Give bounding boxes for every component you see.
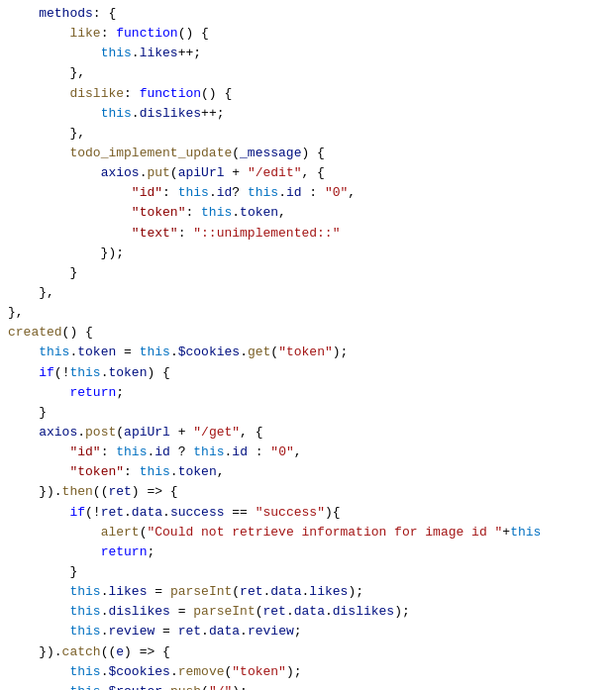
code-line: like: function() { — [0, 24, 616, 44]
code-line: }, — [0, 283, 616, 303]
code-container: methods: { like: function() { this.likes… — [0, 0, 616, 690]
code-line: this.dislikes = parseInt(ret.data.dislik… — [0, 602, 616, 622]
code-line: if(!ret.data.success == "success"){ — [0, 503, 616, 523]
code-line: }, — [0, 124, 616, 144]
code-line: }).catch((e) => { — [0, 642, 616, 662]
code-line: "text": "::unimplemented::" — [0, 224, 616, 244]
code-line: }); — [0, 244, 616, 263]
code-line: } — [0, 403, 616, 423]
code-line: alert("Could not retrieve information fo… — [0, 523, 616, 542]
code-line: methods: { — [0, 4, 616, 24]
code-line: return; — [0, 383, 616, 403]
code-line: "token": this.token, — [0, 462, 616, 482]
code-line: axios.post(apiUrl + "/get", { — [0, 423, 616, 443]
code-line: this.likes++; — [0, 44, 616, 63]
code-line: this.likes = parseInt(ret.data.likes); — [0, 582, 616, 602]
code-line: this.review = ret.data.review; — [0, 622, 616, 641]
code-line: created() { — [0, 323, 616, 343]
code-line: }).then((ret) => { — [0, 482, 616, 502]
code-line: } — [0, 263, 616, 283]
code-line: this.token = this.$cookies.get("token"); — [0, 343, 616, 362]
code-line: "id": this.id ? this.id : "0", — [0, 443, 616, 462]
code-line: }, — [0, 303, 616, 323]
code-line: this.$router.push("/"); — [0, 682, 616, 690]
code-line: axios.put(apiUrl + "/edit", { — [0, 163, 616, 183]
code-line: return; — [0, 542, 616, 562]
code-line: "token": this.token, — [0, 203, 616, 223]
code-line: dislike: function() { — [0, 84, 616, 104]
code-line: "id": this.id? this.id : "0", — [0, 183, 616, 203]
code-line: } — [0, 562, 616, 582]
code-line: }, — [0, 63, 616, 83]
code-line: this.$cookies.remove("token"); — [0, 662, 616, 682]
code-line: if(!this.token) { — [0, 363, 616, 383]
code-line: todo_implement_update(_message) { — [0, 144, 616, 163]
code-line: this.dislikes++; — [0, 104, 616, 124]
